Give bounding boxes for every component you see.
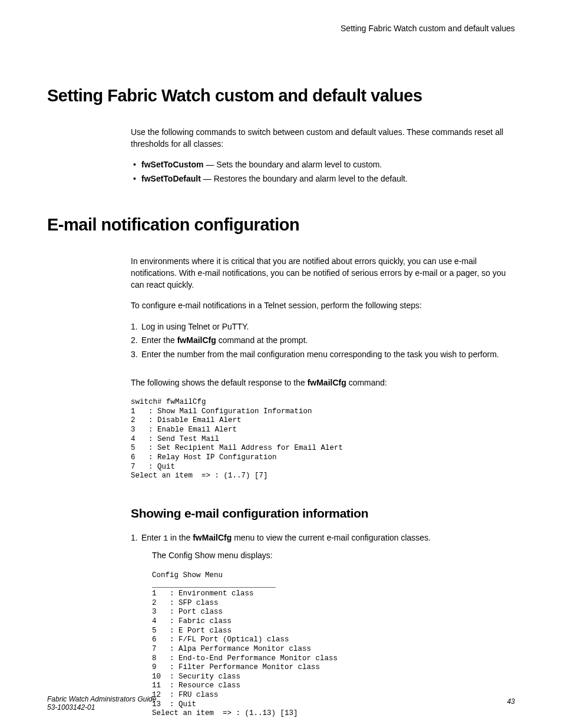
step-text: Log in using Telnet or PuTTY.: [141, 322, 249, 331]
command-name: fwSetToDefault: [141, 174, 201, 183]
step-text: Enter: [141, 533, 163, 542]
command-bullet-list: fwSetToCustom — Sets the boundary and al…: [131, 159, 515, 185]
step-number: 1.: [131, 321, 138, 333]
command-name: fwMailCfg: [193, 533, 232, 542]
page-footer: Fabric Watch Administrators Guide 53-100…: [47, 695, 515, 711]
heading-setting-fabric-watch: Setting Fabric Watch custom and default …: [47, 86, 515, 106]
footer-docnum: 53-1003142-01: [47, 703, 515, 711]
bullet-desc: — Restores the boundary and alarm level …: [201, 174, 408, 183]
heading-showing-email-config: Showing e-mail configuration information: [131, 505, 515, 522]
heading-email-notification: E-mail notification configuration: [47, 215, 515, 235]
email-steps-list: 1. Log in using Telnet or PuTTY. 2. Ente…: [131, 321, 515, 361]
command-name: fwMailCfg: [308, 378, 346, 387]
inline-code: 1: [163, 534, 168, 543]
text-span: command:: [346, 378, 387, 387]
sub-paragraph: The Config Show menu displays:: [152, 550, 515, 562]
step-text: Enter the number from the mail configura…: [141, 350, 499, 359]
page-number: 43: [507, 697, 515, 706]
bullet-item: fwSetToDefault — Restores the boundary a…: [131, 173, 515, 185]
intro-paragraph: Use the following commands to switch bet…: [131, 127, 515, 150]
step-text: menu to view the current e-mail configur…: [232, 533, 431, 542]
bullet-desc: — Sets the boundary and alarm level to c…: [204, 160, 382, 169]
step-text: Enter the: [141, 335, 177, 345]
step-item: 1. Log in using Telnet or PuTTY.: [131, 321, 515, 333]
email-steps-intro: To configure e-mail notifications in a T…: [131, 300, 515, 312]
step-text: command at the prompt.: [216, 335, 308, 345]
command-name: fwSetToCustom: [141, 160, 204, 169]
step-item: 3. Enter the number from the mail config…: [131, 349, 515, 361]
code-intro: The following shows the default response…: [131, 377, 515, 389]
text-span: The following shows the default response…: [131, 378, 308, 387]
step-number: 2.: [131, 335, 138, 347]
step-number: 1.: [131, 532, 138, 544]
command-name: fwMailCfg: [177, 335, 216, 345]
step-item: 2. Enter the fwMailCfg command at the pr…: [131, 335, 515, 347]
code-block-fwmailcfg: switch# fwMailCfg 1 : Show Mail Configur…: [131, 398, 515, 481]
running-header: Setting Fabric Watch custom and default …: [47, 24, 515, 33]
step-number: 3.: [131, 349, 138, 361]
step-text: in the: [168, 533, 193, 542]
footer-title: Fabric Watch Administrators Guide: [47, 695, 515, 703]
bullet-item: fwSetToCustom — Sets the boundary and al…: [131, 159, 515, 171]
email-intro-paragraph: In environments where it is critical tha…: [131, 256, 515, 291]
